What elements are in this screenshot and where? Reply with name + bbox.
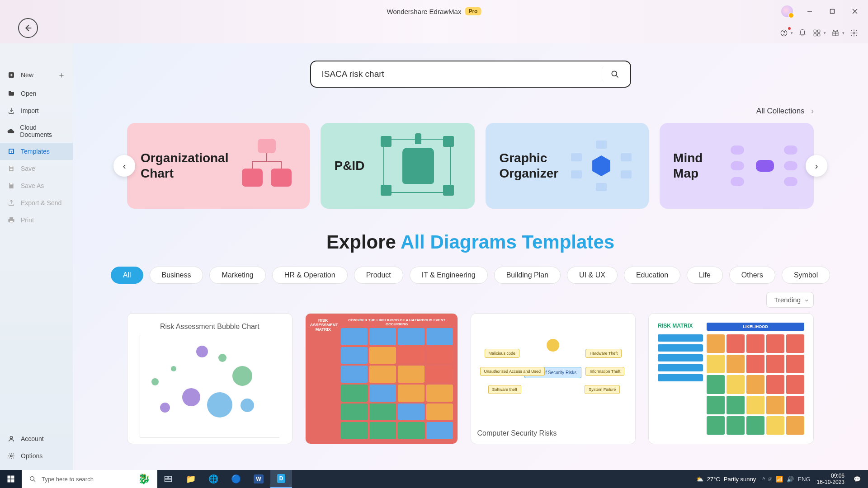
svg-point-21: [10, 436, 12, 439]
sidebar-item-templates[interactable]: Templates: [0, 143, 73, 160]
template-card-risk-bubble[interactable]: Risk Assessment Bubble Chart: [127, 313, 292, 444]
sidebar-item-label: Open: [21, 90, 36, 97]
sidebar-item-account[interactable]: Account: [0, 430, 73, 447]
filter-chip-all[interactable]: All: [111, 267, 143, 284]
svg-point-5: [783, 34, 784, 35]
window-maximize-button[interactable]: [822, 4, 843, 19]
svg-rect-33: [165, 479, 172, 482]
svg-rect-25: [8, 476, 11, 479]
language-indicator[interactable]: ENG: [797, 476, 810, 483]
sidebar-item-cloud-documents[interactable]: Cloud Documents: [0, 119, 73, 143]
template-label: Computer Security Risks: [477, 429, 629, 437]
filter-chip-others[interactable]: Others: [729, 267, 775, 284]
category-card-mind-map[interactable]: Mind Map: [660, 123, 814, 209]
pid-illustration: [373, 136, 461, 195]
file-explorer-icon[interactable]: 📁: [180, 470, 202, 488]
sort-dropdown[interactable]: Trending: [766, 292, 814, 308]
user-avatar[interactable]: [781, 5, 793, 17]
svg-rect-27: [8, 479, 11, 483]
svg-rect-20: [10, 221, 13, 223]
sidebar-item-options[interactable]: Options: [0, 447, 73, 465]
window-close-button[interactable]: [844, 4, 865, 19]
add-new-icon[interactable]: ＋: [57, 70, 66, 80]
weather-widget[interactable]: ⛅ 27°C Partly sunny: [696, 476, 756, 483]
taskview-icon[interactable]: [157, 470, 179, 488]
chrome-icon[interactable]: 🔵: [225, 470, 247, 488]
sidebar-item-export-send: Export & Send: [0, 194, 73, 211]
sidebar-item-import[interactable]: Import: [0, 102, 73, 119]
chevron-up-icon[interactable]: ^: [762, 476, 765, 483]
template-card-computer-security-risks[interactable]: Types of Security Risks Malicious code U…: [471, 313, 636, 444]
search-icon[interactable]: [610, 70, 619, 79]
action-center-icon[interactable]: 💬: [851, 476, 863, 483]
category-card-organizational-chart[interactable]: Organizational Chart: [127, 123, 310, 209]
volume-icon[interactable]: 🔊: [787, 476, 794, 483]
filter-chip-life[interactable]: Life: [687, 267, 723, 284]
svg-rect-16: [12, 151, 13, 153]
filter-chip-education[interactable]: Education: [624, 267, 680, 284]
settings-icon[interactable]: [849, 28, 859, 38]
template-card-risk-matrix[interactable]: RISK ASSESSMENT MATRIX CONSIDER THE LIKE…: [305, 313, 458, 444]
sidebar-item-print: Print: [0, 211, 73, 229]
filter-chip-it-engineering[interactable]: IT & Engineering: [410, 267, 488, 284]
filter-chip-symbol[interactable]: Symbol: [782, 267, 830, 284]
gift-icon[interactable]: [830, 28, 840, 38]
taskbar-search[interactable]: Type here to search 🐉: [22, 470, 157, 488]
svg-rect-8: [814, 34, 816, 36]
filter-chip-business[interactable]: Business: [150, 267, 203, 284]
sidebar-item-new[interactable]: New ＋: [0, 65, 73, 85]
account-icon: [7, 435, 15, 443]
category-card-graphic-organizer[interactable]: Graphic Organizer: [486, 123, 649, 209]
filter-chip-building-plan[interactable]: Building Plan: [494, 267, 561, 284]
back-button[interactable]: [18, 18, 38, 38]
edrawmax-taskbar-icon[interactable]: D: [270, 470, 292, 488]
carousel-next-button[interactable]: ›: [806, 155, 827, 177]
filter-chip-hr-operation[interactable]: HR & Operation: [272, 267, 348, 284]
folder-icon: [7, 89, 15, 98]
matrix-side-label: RISK ASSESSMENT MATRIX: [310, 318, 336, 439]
filter-chip-marketing[interactable]: Marketing: [209, 267, 265, 284]
filter-chips: AllBusinessMarketingHR & OperationProduc…: [109, 267, 832, 284]
window-minimize-button[interactable]: [799, 4, 820, 19]
all-collections-link[interactable]: All Collections ›: [109, 107, 814, 116]
secondary-toolbar: ▾ ▾ ▾: [0, 23, 868, 43]
svg-rect-28: [11, 479, 14, 483]
carousel-prev-button[interactable]: ‹: [113, 155, 135, 177]
word-icon[interactable]: W: [248, 470, 269, 488]
cloud-icon: [7, 127, 14, 135]
sidebar-item-label: Print: [21, 216, 34, 224]
filter-chip-product[interactable]: Product: [354, 267, 403, 284]
shortcuts-icon[interactable]: [812, 28, 822, 38]
category-title: Mind Map: [673, 150, 719, 181]
category-carousel: ‹ Organizational Chart P&ID Graphic Orga…: [109, 123, 832, 209]
edge-icon[interactable]: 🌐: [203, 470, 224, 488]
category-title: Graphic Organizer: [499, 150, 558, 181]
notifications-icon[interactable]: [797, 28, 807, 38]
category-title: P&ID: [334, 158, 364, 174]
filter-chip-ui-ux[interactable]: UI & UX: [567, 267, 618, 284]
templates-grid: Risk Assessment Bubble Chart: [109, 313, 832, 444]
svg-rect-32: [169, 476, 172, 479]
svg-point-11: [853, 32, 855, 34]
template-card-risk-likelihood-matrix[interactable]: RISK MATRIX LIKELIHOOD: [648, 313, 814, 444]
gear-icon: [7, 452, 15, 460]
windows-taskbar: Type here to search 🐉 📁 🌐 🔵 W D ⛅ 27°C P…: [0, 470, 868, 488]
wifi-icon[interactable]: 📶: [776, 476, 783, 483]
sidebar-item-label: Options: [21, 452, 42, 460]
category-card-pid[interactable]: P&ID: [321, 123, 475, 209]
system-tray[interactable]: ^ ⎚ 📶 🔊 ENG: [762, 476, 810, 483]
taskbar-clock[interactable]: 09:06 16-10-2023: [817, 473, 844, 486]
sidebar-item-label: Save: [21, 165, 35, 172]
app-name: Wondershare EdrawMax: [387, 8, 462, 15]
svg-point-22: [10, 455, 12, 457]
taskbar-search-placeholder: Type here to search: [42, 476, 94, 483]
onedrive-icon[interactable]: ⎚: [769, 476, 772, 483]
help-icon[interactable]: [779, 28, 789, 38]
sidebar-item-open[interactable]: Open: [0, 85, 73, 102]
cortana-icon: 🐉: [138, 473, 150, 485]
main-content: All Collections › ‹ Organizational Chart…: [73, 43, 868, 470]
start-button[interactable]: [0, 470, 22, 488]
search-box[interactable]: [310, 61, 631, 88]
search-input[interactable]: [322, 69, 594, 79]
svg-rect-17: [10, 166, 12, 167]
